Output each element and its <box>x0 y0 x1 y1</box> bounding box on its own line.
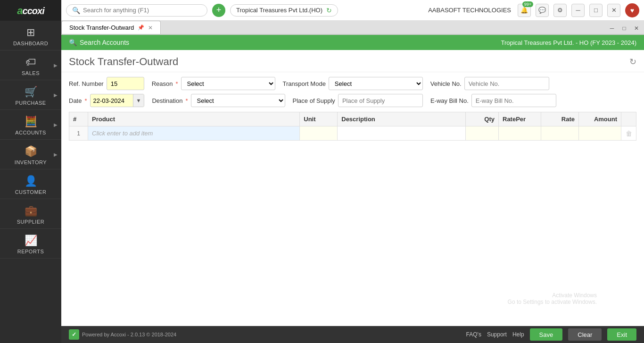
place-of-supply-group: Place of Supply <box>293 94 423 107</box>
close-button[interactable]: ✕ <box>607 4 620 17</box>
gear-icon: ⚙ <box>557 7 563 14</box>
company-info: Tropical Treasures Pvt Ltd. - HO (FY 202… <box>501 39 636 46</box>
sales-icon: 🏷 <box>25 56 36 68</box>
sidebar-item-label: CUSTOMER <box>15 189 47 195</box>
topbar-right: AABASOFT TECHNOLOGIES 🔔 99+ 💬 ⚙ ─ □ <box>428 3 639 17</box>
accounts-icon: 🧮 <box>25 116 37 128</box>
main-area: 🔍 + Tropical Treasures Pvt Ltd.(HO) ↻ AA… <box>61 0 644 343</box>
save-button[interactable]: Save <box>530 328 563 341</box>
product-cell[interactable]: Click enter to add item <box>88 126 300 141</box>
sidebar-item-accounts[interactable]: 🧮 ACCOUNTS ▶ <box>0 110 61 140</box>
clear-button[interactable]: Clear <box>568 328 602 341</box>
amount-cell[interactable] <box>579 126 621 141</box>
description-cell[interactable] <box>338 126 466 141</box>
chevron-right-icon: ▶ <box>54 152 58 157</box>
sidebar-item-inventory[interactable]: 📦 INVENTORY ▶ <box>0 140 61 169</box>
sidebar: accoxi ⊞ DASHBOARD 🏷 SALES ▶ 🛒 PURCHASE … <box>0 0 61 343</box>
content-area: 🔍 Search Accounts Tropical Treasures Pvt… <box>61 35 644 326</box>
sidebar-item-label: SALES <box>22 70 40 76</box>
search-input[interactable] <box>83 7 196 14</box>
sidebar-item-label: PURCHASE <box>15 100 46 106</box>
exit-button[interactable]: Exit <box>607 328 636 341</box>
page-refresh-button[interactable]: ↻ <box>629 57 636 67</box>
rateper-cell[interactable] <box>499 126 541 141</box>
destination-select[interactable]: Select <box>191 94 285 107</box>
eway-bill-no-input[interactable] <box>471 94 556 107</box>
reason-required: * <box>176 80 178 87</box>
tab-window-controls: ─ □ ✕ <box>606 23 644 34</box>
messages-button[interactable]: 💬 <box>536 4 549 17</box>
date-input-wrapper: ▼ <box>90 94 145 107</box>
place-of-supply-input[interactable] <box>338 94 423 107</box>
col-rate: Rate <box>541 112 579 126</box>
tab-minimize-button[interactable]: ─ <box>606 23 618 34</box>
app-logo: accoxi <box>0 0 61 21</box>
sidebar-item-dashboard[interactable]: ⊞ DASHBOARD <box>0 21 61 50</box>
vehicle-no-group: Vehicle No. <box>430 77 549 90</box>
page-title: Stock Transfer-Outward <box>69 56 178 68</box>
table-row: 1 Click enter to add item 🗑 <box>69 126 636 141</box>
col-amount: Amount <box>579 112 621 126</box>
add-button[interactable]: + <box>212 4 225 17</box>
maximize-button[interactable]: □ <box>589 4 603 17</box>
chevron-right-icon: ▶ <box>54 122 58 127</box>
company-selector[interactable]: Tropical Treasures Pvt Ltd.(HO) ↻ <box>230 4 338 17</box>
ref-number-input[interactable] <box>107 77 144 90</box>
supplier-icon: 💼 <box>25 205 37 217</box>
footer-logo-icon: ✓ <box>69 329 79 340</box>
refresh-icon[interactable]: ↻ <box>326 7 332 14</box>
sidebar-item-label: SUPPLIER <box>17 219 44 225</box>
sidebar-item-reports[interactable]: 📈 REPORTS <box>0 229 61 259</box>
search-icon: 🔍 <box>72 7 80 14</box>
tabbar: Stock Transfer-Outward 📌 ✕ ─ □ ✕ <box>61 21 644 35</box>
minimize-button[interactable]: ─ <box>571 4 585 17</box>
form-row-2: Date * ▼ Destination * Select <box>69 94 636 107</box>
col-unit: Unit <box>300 112 338 126</box>
add-item-text: Click enter to add item <box>92 130 153 137</box>
search-box[interactable]: 🔍 <box>66 4 207 17</box>
date-dropdown-button[interactable]: ▼ <box>133 94 144 107</box>
reason-select[interactable]: Select <box>181 77 275 90</box>
vehicle-no-input[interactable] <box>464 77 549 90</box>
place-of-supply-label: Place of Supply <box>293 97 335 104</box>
transport-mode-select[interactable]: Select <box>329 77 423 90</box>
chevron-right-icon: ▶ <box>54 92 58 98</box>
date-input[interactable] <box>91 95 133 106</box>
items-table: # Product Unit Description Qty RatePer R… <box>69 112 636 141</box>
chevron-right-icon: ▶ <box>54 63 58 68</box>
tab-maximize-button[interactable]: □ <box>619 23 630 34</box>
vehicle-no-label: Vehicle No. <box>430 80 462 87</box>
rate-cell[interactable] <box>541 126 579 141</box>
help-link[interactable]: Help <box>512 331 524 338</box>
tab-close-icon[interactable]: ✕ <box>148 25 153 31</box>
sidebar-item-label: REPORTS <box>17 249 44 254</box>
col-num: # <box>69 112 88 126</box>
logo-text: accoxi <box>17 5 44 17</box>
footer-links: FAQ's Support Help Save Clear Exit <box>466 328 636 341</box>
delete-row-button[interactable]: 🗑 <box>626 130 632 137</box>
sidebar-item-purchase[interactable]: 🛒 PURCHASE ▶ <box>0 80 61 110</box>
sidebar-item-sales[interactable]: 🏷 SALES ▶ <box>0 50 61 80</box>
col-qty: Qty <box>466 112 499 126</box>
sidebar-item-supplier[interactable]: 💼 SUPPLIER <box>0 199 61 229</box>
support-link[interactable]: Support <box>487 331 507 338</box>
notification-button[interactable]: 🔔 99+ <box>518 4 531 17</box>
reports-icon: 📈 <box>25 234 37 247</box>
search-accounts-button[interactable]: 🔍 Search Accounts <box>69 39 129 46</box>
date-label: Date <box>69 97 82 104</box>
sidebar-item-customer[interactable]: 👤 CUSTOMER <box>0 169 61 199</box>
delete-cell: 🗑 <box>621 126 636 141</box>
faq-link[interactable]: FAQ's <box>466 331 481 338</box>
unit-cell[interactable] <box>300 126 338 141</box>
tab-label: Stock Transfer-Outward <box>69 24 134 31</box>
tab-close-button[interactable]: ✕ <box>631 23 642 34</box>
close-icon: ✕ <box>611 7 617 14</box>
notification-badge: 99+ <box>522 1 533 7</box>
qty-cell[interactable] <box>466 126 499 141</box>
settings-button[interactable]: ⚙ <box>553 4 567 17</box>
col-product: Product <box>88 112 300 126</box>
tab-stock-transfer-outward[interactable]: Stock Transfer-Outward 📌 ✕ <box>61 21 161 34</box>
pin-icon[interactable]: 📌 <box>138 25 144 31</box>
sidebar-item-label: ACCOUNTS <box>15 130 46 135</box>
topbar-icons: 🔔 99+ 💬 ⚙ ─ □ ✕ ♥ <box>518 3 639 17</box>
